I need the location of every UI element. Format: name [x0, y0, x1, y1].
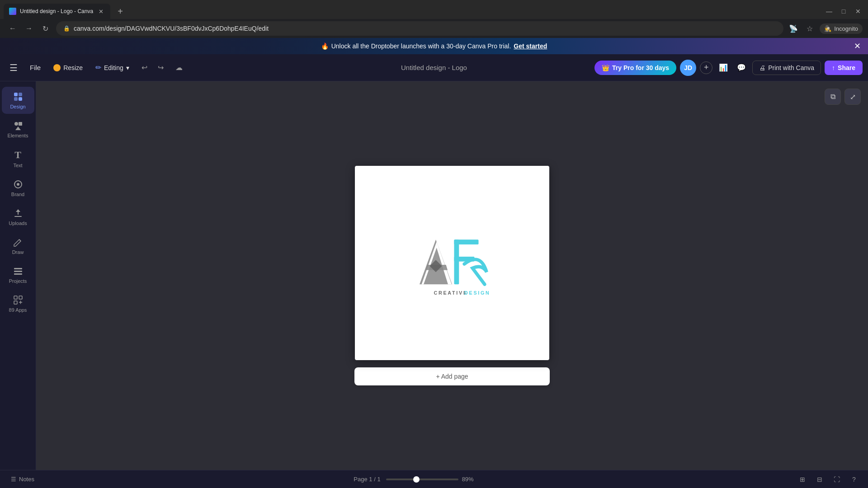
- share-button[interactable]: ↑ Share: [825, 61, 863, 75]
- projects-icon: [13, 266, 24, 277]
- svg-rect-15: [14, 301, 17, 304]
- resize-button[interactable]: Resize: [49, 61, 87, 74]
- brand-icon: [13, 179, 24, 190]
- promo-cta-link[interactable]: Get started: [514, 42, 547, 50]
- sidebar-item-apps[interactable]: 89 Apps: [2, 290, 34, 317]
- save-to-cloud-button[interactable]: ☁: [172, 61, 186, 75]
- notes-icon: ☰: [11, 476, 16, 483]
- incognito-label: Incognito: [834, 25, 858, 32]
- canvas-page[interactable]: CREATIVE DESIGN: [355, 166, 549, 360]
- design-icon: [13, 91, 24, 102]
- comments-button[interactable]: 💬: [734, 61, 749, 75]
- window-controls: — □ ✕: [819, 5, 868, 18]
- resize-dot-icon: [53, 64, 61, 71]
- analytics-button[interactable]: 📊: [716, 61, 731, 75]
- expand-page-button[interactable]: ⤢: [844, 89, 861, 105]
- user-avatar-button[interactable]: JD: [680, 60, 696, 76]
- browser-chrome: Untitled design - Logo - Canva ✕ + — □ ✕…: [0, 0, 868, 38]
- sidebar-uploads-label: Uploads: [9, 221, 27, 226]
- design-title: Untitled design - Logo: [396, 61, 472, 74]
- sidebar-item-elements[interactable]: Elements: [2, 116, 34, 143]
- print-label: Print with Canva: [768, 64, 814, 71]
- sidebar-item-uploads[interactable]: Uploads: [2, 203, 34, 230]
- address-bar-actions: 📡 ☆ 🕵 Incognito: [787, 22, 863, 35]
- svg-point-8: [17, 183, 19, 186]
- grid-view-button[interactable]: ⊞: [796, 473, 809, 486]
- svg-rect-1: [19, 93, 22, 96]
- try-pro-button[interactable]: 👑 Try Pro for 30 days: [594, 61, 676, 75]
- editing-button[interactable]: ✏ Editing ▾: [91, 61, 134, 75]
- svg-point-4: [14, 122, 18, 126]
- incognito-icon: 🕵: [824, 25, 831, 32]
- resize-label: Resize: [63, 64, 83, 71]
- file-menu-button[interactable]: File: [25, 61, 45, 74]
- svg-rect-3: [19, 97, 22, 101]
- canvas-area: ⧉ ⤢: [36, 81, 868, 470]
- help-button[interactable]: ?: [847, 473, 861, 486]
- draw-icon: [13, 237, 24, 248]
- promo-text: Unlock all the Droptober launches with a…: [331, 42, 511, 50]
- svg-rect-20: [454, 239, 459, 284]
- address-field[interactable]: 🔒 canva.com/design/DAGVwdNCKVU/3sBF0dvJx…: [56, 21, 783, 36]
- minimize-button[interactable]: —: [823, 5, 835, 18]
- history-buttons: ↩ ↪: [137, 61, 168, 75]
- editing-chevron: ▾: [126, 64, 129, 71]
- main-content: Design Elements T Text: [0, 81, 868, 470]
- forward-button[interactable]: →: [22, 21, 36, 36]
- banner-close-button[interactable]: ✕: [854, 41, 861, 51]
- tab-title: Untitled design - Logo - Canva: [20, 8, 93, 14]
- try-pro-label: Try Pro for 30 days: [612, 64, 669, 71]
- list-view-button[interactable]: ⊟: [813, 473, 826, 486]
- sidebar-item-projects[interactable]: Projects: [2, 261, 34, 288]
- zoom-slider-container: 89%: [386, 476, 480, 483]
- sidebar-elements-label: Elements: [8, 133, 28, 138]
- incognito-button[interactable]: 🕵 Incognito: [820, 23, 863, 34]
- copy-page-button[interactable]: ⧉: [825, 89, 841, 105]
- crown-icon: 👑: [602, 64, 609, 71]
- svg-rect-21: [454, 239, 479, 244]
- maximize-button[interactable]: □: [837, 5, 850, 18]
- screen-cast-icon[interactable]: 📡: [787, 22, 800, 35]
- tab-active[interactable]: Untitled design - Logo - Canva ✕: [4, 4, 110, 19]
- sidebar-apps-label: 89 Apps: [9, 307, 27, 313]
- notes-button[interactable]: ☰ Notes: [7, 474, 38, 484]
- toolbar-center-area: Untitled design - Logo: [396, 64, 472, 72]
- share-label: Share: [838, 64, 855, 71]
- canvas-toolbar: ⧉ ⤢: [825, 89, 861, 105]
- bookmark-icon[interactable]: ☆: [803, 22, 816, 35]
- back-button[interactable]: ←: [5, 21, 20, 36]
- notes-label: Notes: [19, 476, 34, 483]
- sidebar-item-brand[interactable]: Brand: [2, 174, 34, 202]
- zoom-slider[interactable]: [386, 479, 458, 480]
- fullscreen-button[interactable]: ⛶: [830, 473, 844, 486]
- hamburger-menu-button[interactable]: ☰: [5, 60, 22, 76]
- sidebar-item-design[interactable]: Design: [2, 87, 34, 114]
- url-text: canva.com/design/DAGVwdNCKVU/3sBF0dvJxCp…: [74, 25, 776, 32]
- sidebar-projects-label: Projects: [9, 278, 27, 284]
- swoosh-decoration: [464, 259, 487, 284]
- tab-close-button[interactable]: ✕: [97, 7, 105, 15]
- new-tab-button[interactable]: +: [114, 5, 127, 18]
- print-with-canva-button[interactable]: 🖨 Print with Canva: [752, 61, 821, 75]
- refresh-button[interactable]: ↻: [38, 21, 52, 36]
- add-page-button[interactable]: + Add page: [354, 367, 549, 385]
- lock-icon: 🔒: [63, 25, 70, 32]
- svg-text:CREATIVE: CREATIVE: [434, 290, 468, 296]
- status-bar-center: Page 1 / 1 89%: [45, 476, 788, 483]
- redo-button[interactable]: ↪: [154, 61, 168, 75]
- elements-icon: [13, 120, 24, 131]
- sidebar: Design Elements T Text: [0, 81, 36, 470]
- sidebar-item-draw[interactable]: Draw: [2, 232, 34, 259]
- share-icon: ↑: [832, 64, 835, 71]
- promo-banner-text: 🔥 Unlock all the Droptober launches with…: [321, 42, 547, 50]
- add-collaborator-button[interactable]: +: [700, 61, 712, 74]
- close-button[interactable]: ✕: [852, 5, 864, 18]
- sidebar-item-text[interactable]: T Text: [2, 145, 34, 173]
- svg-rect-0: [14, 93, 18, 96]
- sidebar-brand-label: Brand: [11, 192, 24, 197]
- sidebar-text-label: Text: [13, 163, 22, 168]
- promo-banner: 🔥 Unlock all the Droptober launches with…: [0, 38, 868, 54]
- af-logo-svg: CREATIVE DESIGN: [411, 227, 493, 299]
- tab-favicon: [9, 8, 16, 15]
- undo-button[interactable]: ↩: [137, 61, 152, 75]
